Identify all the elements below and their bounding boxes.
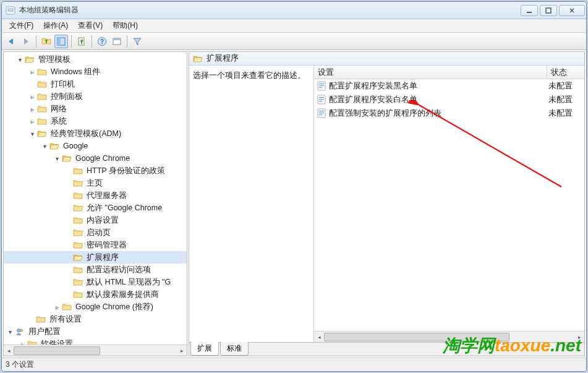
folder-open-icon	[73, 253, 83, 262]
tree-item-classic-adm[interactable]: ▾经典管理模板(ADM)	[4, 127, 187, 140]
column-status[interactable]: 状态	[547, 66, 584, 79]
folder-open-icon	[37, 129, 47, 138]
folder-icon	[73, 179, 83, 187]
tree-item-software-settings[interactable]: ▹软件设置	[4, 338, 187, 345]
tab-standard[interactable]: 标准	[220, 342, 249, 356]
tree-pane: ▾ 管理模板 ▹Windows 组件 打印机 ▹控制面板 ▹网络 ▹系统 ▾经典…	[3, 51, 187, 356]
folder-icon	[73, 216, 83, 225]
tree-item-extensions[interactable]: 扩展程序	[4, 251, 187, 264]
folder-icon	[27, 340, 37, 345]
folder-icon	[73, 228, 83, 237]
back-button[interactable]	[4, 35, 18, 48]
maximize-button[interactable]	[540, 5, 557, 16]
tree-item-google-chrome[interactable]: ▾Google Chrome	[4, 152, 187, 165]
forward-button[interactable]	[19, 35, 33, 48]
list-row[interactable]: 配置扩展程序安装白名单 未配置	[314, 93, 584, 106]
tree-item-network[interactable]: ▹网络	[4, 103, 187, 115]
expand-icon[interactable]: ▹	[28, 93, 36, 100]
tree-scrollbar[interactable]: ◂ ▸	[4, 345, 187, 356]
window: 本地组策略编辑器 文件(F) 操作(A) 查看(V) 帮助(H) ?	[1, 1, 587, 372]
scroll-right-icon[interactable]: ▸	[574, 332, 584, 343]
scroll-thumb[interactable]	[324, 333, 509, 341]
filter-button[interactable]	[130, 35, 144, 48]
column-setting[interactable]: 设置	[314, 66, 547, 79]
policy-icon	[317, 108, 326, 118]
list-row[interactable]: 配置扩展程序安装黑名单 未配置	[314, 79, 584, 93]
list-rows: 配置扩展程序安装黑名单 未配置 配置扩展程序安装白名单 未配置 配置强制安装的扩…	[314, 79, 584, 331]
tree[interactable]: ▾ 管理模板 ▹Windows 组件 打印机 ▹控制面板 ▹网络 ▹系统 ▾经典…	[4, 52, 187, 345]
close-button[interactable]	[559, 5, 585, 16]
scroll-right-icon[interactable]: ▸	[177, 345, 187, 356]
tree-item-startup[interactable]: 启动页	[4, 226, 187, 239]
folder-icon	[36, 315, 46, 324]
tree-item-system[interactable]: ▹系统	[4, 115, 187, 127]
expand-icon[interactable]: ▹	[53, 303, 61, 311]
svg-rect-9	[527, 12, 532, 13]
show-tree-button[interactable]	[54, 35, 68, 48]
window-title: 本地组策略编辑器	[19, 5, 521, 15]
tree-item-chrome-recommended[interactable]: ▹Google Chrome (推荐)	[4, 301, 187, 313]
statusbar: 3 个设置	[2, 358, 586, 371]
folder-icon	[73, 204, 83, 212]
folder-icon	[37, 80, 47, 88]
expand-icon[interactable]: ▹	[28, 68, 36, 75]
tree-item-allow-chrome[interactable]: 允许 "Google Chrome	[4, 202, 187, 214]
description-column: 选择一个项目来查看它的描述。	[189, 66, 314, 342]
tab-extended[interactable]: 扩展	[190, 342, 219, 356]
svg-rect-17	[113, 38, 121, 40]
status-text: 3 个设置	[6, 359, 34, 370]
folder-open-icon	[25, 55, 35, 64]
tree-item-default-search[interactable]: 默认搜索服务提供商	[4, 288, 187, 301]
tree-item-default-html[interactable]: 默认 HTML 呈现器为 "G	[4, 276, 187, 288]
tree-item-windows-components[interactable]: ▹Windows 组件	[4, 66, 187, 78]
tree-item-printers[interactable]: 打印机	[4, 78, 187, 90]
tree-item-all-settings[interactable]: 所有设置	[4, 313, 187, 325]
folder-open-icon	[49, 142, 59, 150]
right-body: 选择一个项目来查看它的描述。 设置 状态 配置扩展程序安装黑名单 未配置 配置扩…	[189, 66, 585, 343]
properties-button[interactable]	[110, 35, 124, 48]
scroll-left-icon[interactable]: ◂	[314, 332, 324, 343]
folder-open-icon	[193, 54, 203, 63]
toolbar: ?	[2, 33, 586, 50]
folder-icon	[73, 290, 83, 299]
user-group-icon	[15, 327, 25, 336]
collapse-icon[interactable]: ▾	[28, 130, 36, 137]
export-button[interactable]	[75, 35, 88, 48]
policy-icon	[317, 95, 326, 105]
list-header[interactable]: 设置 状态	[314, 66, 584, 79]
description-prompt: 选择一个项目来查看它的描述。	[193, 71, 305, 80]
expand-icon[interactable]: ▹	[28, 118, 36, 125]
help-button[interactable]: ?	[95, 35, 109, 48]
tree-item-homepage[interactable]: 主页	[4, 177, 187, 189]
tree-item-admin-templates[interactable]: ▾ 管理模板	[4, 53, 187, 66]
policy-icon	[317, 81, 326, 91]
folder-icon	[73, 265, 83, 274]
menu-view[interactable]: 查看(V)	[73, 19, 108, 32]
tree-item-remote-access[interactable]: 配置远程访问选项	[4, 264, 187, 276]
right-scrollbar[interactable]: ◂ ▸	[314, 331, 584, 342]
list-row[interactable]: 配置强制安装的扩展程序的列表 未配置	[314, 106, 584, 120]
scroll-left-icon[interactable]: ◂	[4, 345, 14, 356]
scroll-thumb[interactable]	[14, 346, 100, 355]
collapse-icon[interactable]: ▾	[16, 56, 23, 63]
collapse-icon[interactable]: ▾	[53, 155, 61, 162]
up-button[interactable]	[40, 35, 53, 48]
tree-item-http-auth[interactable]: HTTP 身份验证的政策	[4, 165, 187, 177]
tree-item-control-panel[interactable]: ▹控制面板	[4, 90, 187, 103]
tree-item-google[interactable]: ▾Google	[4, 140, 187, 152]
menu-action[interactable]: 操作(A)	[38, 19, 73, 32]
menu-file[interactable]: 文件(F)	[4, 19, 38, 32]
folder-icon	[37, 67, 47, 76]
expand-icon[interactable]: ▹	[19, 340, 26, 345]
collapse-icon[interactable]: ▾	[41, 142, 48, 150]
svg-rect-12	[58, 38, 61, 45]
expand-icon[interactable]: ▹	[28, 105, 36, 113]
tree-item-password-mgr[interactable]: 密码管理器	[4, 239, 187, 251]
tree-item-content-settings[interactable]: 内容设置	[4, 214, 187, 226]
titlebar[interactable]: 本地组策略编辑器	[2, 2, 586, 19]
tree-item-proxy[interactable]: 代理服务器	[4, 189, 187, 202]
minimize-button[interactable]	[521, 5, 538, 16]
collapse-icon[interactable]: ▾	[6, 328, 14, 335]
tree-item-user-config[interactable]: ▾用户配置	[4, 325, 187, 338]
menu-help[interactable]: 帮助(H)	[108, 19, 143, 32]
